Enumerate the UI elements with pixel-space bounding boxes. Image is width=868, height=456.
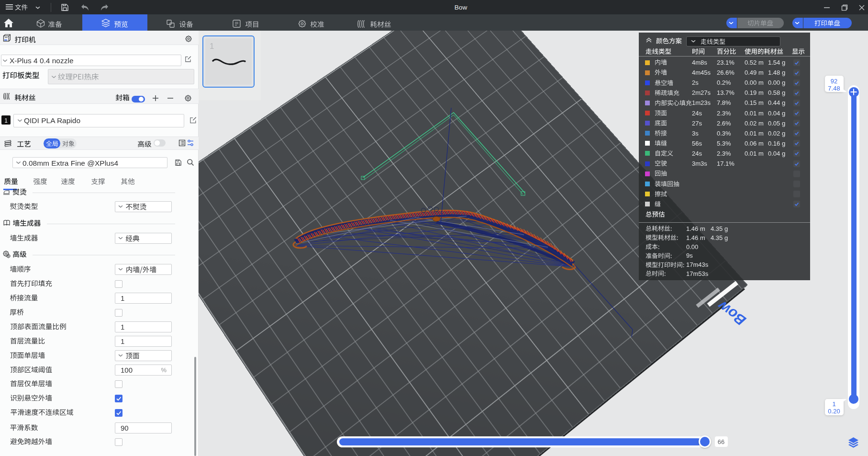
svg-text:Bow: Bow bbox=[714, 297, 749, 329]
